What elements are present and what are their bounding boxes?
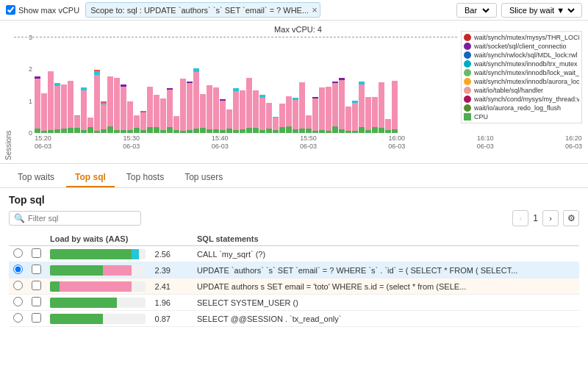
- sql-statement[interactable]: CALL `my_sqrt` (?): [193, 246, 579, 262]
- row-radio[interactable]: [13, 265, 23, 274]
- bar-col[interactable]: [253, 90, 259, 133]
- row-checkbox[interactable]: [32, 265, 41, 274]
- bar-col[interactable]: [392, 81, 398, 133]
- bar-col[interactable]: [345, 107, 351, 134]
- bar-col[interactable]: [154, 95, 159, 133]
- bar-col[interactable]: [81, 87, 87, 133]
- show-max-vcpu-label[interactable]: Show max vCPU: [6, 5, 79, 15]
- tab-top-sql[interactable]: Top sql: [66, 168, 115, 187]
- table-row[interactable]: 2.39UPDATE `authors` `s` SET `email` = ?…: [9, 262, 579, 278]
- bar-col[interactable]: [140, 111, 146, 133]
- sql-statement[interactable]: UPDATE authors s SET email = 'toto' WHER…: [193, 278, 579, 295]
- bar-col[interactable]: [114, 78, 120, 133]
- bar-col[interactable]: [372, 97, 378, 133]
- filter-input-wrap[interactable]: 🔍: [9, 211, 141, 226]
- row-checkbox[interactable]: [32, 297, 41, 306]
- bar-col[interactable]: [107, 76, 113, 133]
- bar-col[interactable]: [74, 115, 80, 133]
- bar-col[interactable]: [385, 119, 391, 133]
- tab-top-users[interactable]: Top users: [176, 168, 232, 187]
- bar-col[interactable]: [379, 82, 384, 133]
- bar-col[interactable]: [187, 82, 193, 133]
- chart-type-select[interactable]: Bar Line: [456, 3, 497, 18]
- row-radio[interactable]: [13, 297, 23, 306]
- bar-col[interactable]: [54, 83, 60, 133]
- bar-col[interactable]: [273, 117, 279, 133]
- bar-col[interactable]: [147, 87, 153, 133]
- table-row[interactable]: 0.87SELECT @@SESSION . `tx_read_only`: [9, 311, 579, 327]
- row-radio[interactable]: [13, 248, 23, 258]
- bar-col[interactable]: [167, 88, 173, 133]
- next-page-button[interactable]: ›: [542, 210, 559, 226]
- bar-col[interactable]: [306, 115, 312, 133]
- bar-col[interactable]: [207, 85, 212, 133]
- bar-segment: [226, 109, 232, 129]
- bar-col[interactable]: [233, 88, 239, 133]
- show-max-vcpu-checkbox[interactable]: [6, 5, 15, 15]
- bar-col[interactable]: [359, 82, 365, 133]
- bar-col[interactable]: [61, 84, 67, 133]
- bar-segment: [101, 104, 107, 129]
- bar-col[interactable]: [193, 68, 199, 133]
- bar-col[interactable]: [339, 78, 345, 133]
- bar-segment: [220, 101, 226, 131]
- bar-col[interactable]: [127, 101, 133, 133]
- chart-type-dropdown[interactable]: Bar Line: [462, 5, 492, 15]
- bar-col[interactable]: [173, 116, 179, 133]
- bar-col[interactable]: [48, 71, 54, 133]
- bar-col[interactable]: [220, 99, 226, 133]
- scope-close-icon[interactable]: ×: [312, 4, 318, 15]
- row-radio[interactable]: [13, 281, 23, 290]
- bar-col[interactable]: [134, 115, 140, 133]
- tab-top-hosts[interactable]: Top hosts: [118, 168, 173, 187]
- bar-col[interactable]: [319, 87, 325, 133]
- bar-col[interactable]: [213, 87, 219, 133]
- bar-col[interactable]: [94, 70, 100, 133]
- table-row[interactable]: 2.41UPDATE authors s SET email = 'toto' …: [9, 278, 579, 295]
- bar-col[interactable]: [35, 76, 40, 133]
- row-checkbox[interactable]: [32, 313, 41, 323]
- bar-segment: [54, 86, 60, 129]
- row-checkbox[interactable]: [32, 248, 41, 258]
- bar-col[interactable]: [279, 104, 285, 133]
- load-bar-green: [50, 265, 103, 276]
- sql-statement[interactable]: UPDATE `authors` `s` SET `email` = ? WHE…: [193, 262, 579, 278]
- bar-col[interactable]: [286, 96, 292, 133]
- bar-col[interactable]: [299, 82, 305, 133]
- row-radio[interactable]: [13, 313, 23, 323]
- bar-col[interactable]: [312, 97, 318, 133]
- sql-statement[interactable]: SELECT SYSTEM_USER (): [193, 295, 579, 311]
- slice-dropdown[interactable]: Slice by wait ▼: [506, 5, 577, 15]
- bar-col[interactable]: [160, 98, 166, 133]
- bar-col[interactable]: [332, 82, 338, 133]
- bar-col[interactable]: [365, 97, 371, 133]
- prev-page-button[interactable]: ‹: [512, 210, 528, 226]
- tab-top-waits[interactable]: Top waits: [9, 168, 63, 187]
- bar-segment: [81, 90, 87, 130]
- bar-col[interactable]: [240, 90, 245, 133]
- bar-col[interactable]: [121, 84, 126, 133]
- table-row[interactable]: 1.96SELECT SYSTEM_USER (): [9, 295, 579, 311]
- bar-col[interactable]: [246, 78, 252, 133]
- bar-col[interactable]: [226, 109, 232, 133]
- bar-col[interactable]: [180, 79, 186, 133]
- load-bar-pink: [60, 281, 132, 292]
- bar-col[interactable]: [293, 98, 298, 133]
- filter-sql-input[interactable]: [28, 214, 131, 223]
- bar-col[interactable]: [87, 118, 93, 133]
- x-labels: 15:2006-03 15:3006-03 15:4006-03 15:5006…: [35, 133, 582, 151]
- bar-col[interactable]: [352, 101, 358, 133]
- settings-icon[interactable]: ⚙: [563, 210, 579, 226]
- table-row[interactable]: 2.56CALL `my_sqrt` (?): [9, 246, 579, 262]
- bar-col[interactable]: [200, 94, 206, 133]
- bar-col[interactable]: [101, 101, 107, 133]
- bar-segment: [273, 118, 279, 130]
- bar-col[interactable]: [259, 95, 265, 133]
- row-checkbox[interactable]: [32, 281, 41, 290]
- bar-col[interactable]: [41, 93, 47, 133]
- sql-statement[interactable]: SELECT @@SESSION . `tx_read_only`: [193, 311, 579, 327]
- bar-col[interactable]: [68, 81, 74, 133]
- bar-col[interactable]: [326, 87, 331, 133]
- bar-col[interactable]: [266, 103, 272, 133]
- slice-select[interactable]: Slice by wait ▼: [501, 3, 582, 18]
